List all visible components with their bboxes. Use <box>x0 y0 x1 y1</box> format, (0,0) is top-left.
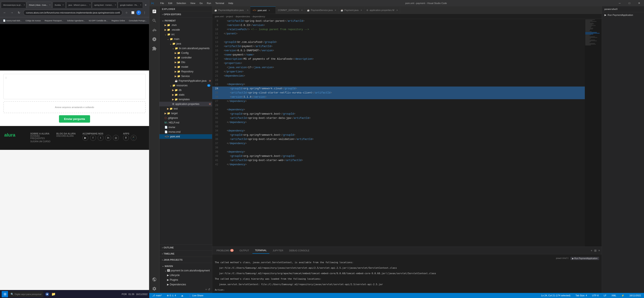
controller-folder[interactable]: ▶ 📁 controller <box>160 55 212 60</box>
templates-folder[interactable]: ▶ 📁 templates <box>160 97 212 102</box>
static-folder[interactable]: ▶ 📁 static <box>160 92 212 97</box>
tab-close-icon[interactable]: × <box>247 9 248 11</box>
bc-project[interactable]: project <box>226 15 233 18</box>
tab2-close[interactable]: × <box>49 4 50 6</box>
maven-add-button[interactable]: + <box>205 288 207 291</box>
errors-item[interactable]: ⊗ 0 ⚠ 4 <box>166 293 177 298</box>
jupyter-tab[interactable]: JUPYTER <box>270 247 286 254</box>
maven-header[interactable]: ⌄ MAVEN <box>160 264 212 268</box>
menu-button[interactable]: ⋮ <box>142 10 147 15</box>
menu-file[interactable]: File <box>158 0 166 6</box>
target-folder[interactable]: ▶ 📁 target <box>160 111 212 116</box>
bc-dependencies[interactable]: dependencies <box>236 15 250 18</box>
minimize-button[interactable]: ─ <box>615 0 624 6</box>
src-folder[interactable]: ⌄ 📁 src <box>160 32 212 37</box>
gitignore-file[interactable]: ⬡ .gitignore <box>160 116 212 120</box>
cursor-position[interactable]: Ln 24, Col 21 (174 selected) <box>540 293 572 298</box>
bookmark-1[interactable]: 📄 ossory.road dubl... <box>2 19 23 22</box>
tab-size[interactable]: Tab Size: 4 <box>574 293 588 298</box>
package-folder[interactable]: ⌄ 📁 br.com.alurafood.payments <box>160 46 212 51</box>
timeline-header[interactable]: › TIMELINE <box>160 252 212 256</box>
browser-tab-2[interactable]: Fórum | Alura - Curs... × <box>27 2 52 8</box>
bookmark-4[interactable]: Solicitar Agendame... <box>66 19 86 22</box>
bookmark-2[interactable]: Código de Acesso <box>24 19 42 22</box>
settings-icon[interactable] <box>150 285 158 293</box>
maven-lifecycle[interactable]: ▶ Lifecycle <box>160 273 212 278</box>
service-tab-close[interactable]: × <box>335 9 336 11</box>
java-projects-header[interactable]: › JAVA PROJECTS <box>160 258 212 262</box>
vscode-folder[interactable]: ▶ 📁 .vscode <box>160 27 212 32</box>
test-folder[interactable]: ▶ 📁 test <box>160 106 212 111</box>
extensions-button[interactable]: ⬜ <box>130 10 136 15</box>
payment-tab-close[interactable]: × <box>361 9 362 11</box>
bc-pomxml[interactable]: pom.xml <box>215 15 224 18</box>
mvnw-file[interactable]: 📄 mvnw <box>160 125 212 130</box>
db-folder[interactable]: ▶ 📁 db <box>160 88 212 92</box>
help-file[interactable]: M↓ HELP.md <box>160 120 212 125</box>
tab-commit[interactable]: COMMIT_EDITMSG × <box>276 6 305 14</box>
terminal-tab[interactable]: TERMINAL <box>252 247 269 254</box>
java-folder[interactable]: ⌄ 📁 java <box>160 41 212 46</box>
menu-view[interactable]: View <box>188 0 198 6</box>
output-tab[interactable]: OUTPUT <box>237 247 252 254</box>
mvn-folder[interactable]: ▶ 📁 .mvn <box>160 23 212 27</box>
footer-link-suggest[interactable]: SUGIRA UM CURSO <box>30 140 52 143</box>
tab-pom-xml[interactable]: ≺/≻ pom.xml × <box>250 6 276 14</box>
sync-item[interactable]: ☁ <box>180 293 184 298</box>
back-button[interactable]: ← <box>2 10 8 16</box>
panel-add-button[interactable]: + <box>591 249 592 252</box>
model-folder[interactable]: ▶ 📁 model <box>160 65 212 69</box>
pom-tab-close[interactable]: × <box>268 9 270 12</box>
facebook-icon[interactable]: f <box>90 135 96 141</box>
app-properties-file[interactable]: ⚙ application.properties M <box>160 102 212 106</box>
payment-app-file[interactable]: ☕ PaymentApplication.java M <box>160 79 212 83</box>
problems-tab[interactable]: PROBLEMS 4 <box>214 247 236 254</box>
pom-xml-file[interactable]: ≺/≻ pom.xml <box>160 134 212 139</box>
menu-terminal[interactable]: Terminal <box>213 0 226 6</box>
repository-folder[interactable]: ▶ 📁 Repository <box>160 69 212 74</box>
encoding[interactable]: UTF-8 <box>591 293 600 298</box>
menu-edit[interactable]: Edit <box>166 0 174 6</box>
app-icon[interactable]: 📱 <box>131 135 136 141</box>
panel-close-button[interactable]: × <box>598 249 600 252</box>
payment-header[interactable]: ⌄ PAYMENT <box>160 18 212 23</box>
browser-tab-5[interactable]: spring boot - Correct... × <box>92 2 117 8</box>
send-button[interactable]: Enviar pergunta <box>59 115 90 123</box>
tab1-close[interactable]: × <box>24 4 25 6</box>
close-button[interactable]: ✕ <box>634 0 644 6</box>
bookmark-5[interactable]: MJ-DPF Certidão de... <box>88 19 109 22</box>
terminal-content[interactable]: powershell ▶ Run PaymentApplication The … <box>212 254 602 293</box>
bookmark-7[interactable]: Consulado Portugu... <box>128 19 148 22</box>
maven-refresh-button[interactable]: ↺ <box>208 288 210 291</box>
bookmark-button[interactable]: ☆ <box>124 10 129 15</box>
remote-icon[interactable] <box>150 275 158 284</box>
browser-tab-3[interactable]: Eureka × <box>52 2 66 8</box>
footer-link-discord[interactable]: DISCORD ALURA <box>56 135 78 137</box>
bookmark-6[interactable]: Registos Online <box>110 19 126 22</box>
podcast-icon[interactable]: 🎙 <box>123 135 129 141</box>
run-payment-button[interactable]: ▶ Run PaymentApplication <box>570 257 599 260</box>
tab-app-properties[interactable]: ⚙ application.properties M × <box>364 6 400 14</box>
forward-button[interactable]: → <box>9 10 15 16</box>
run-payment-item[interactable]: ▶ Run PaymentApplication <box>602 12 644 18</box>
menu-selection[interactable]: Selection <box>174 0 188 6</box>
prettier-icon[interactable]: ⚡ <box>620 293 626 298</box>
open-editors-header[interactable]: › OPEN EDITORS <box>160 12 212 16</box>
browser-tab-6[interactable]: google tradutor - Pe... × <box>118 2 143 8</box>
debug-icon[interactable] <box>150 35 158 43</box>
tab-payment-app[interactable]: ☕ PaymentApplication.java × <box>212 6 250 14</box>
tab-payment[interactable]: ☕ Payment.java × <box>338 6 364 14</box>
tab-payment-service[interactable]: ☕ PaymentService.java × <box>305 6 338 14</box>
source-control-icon[interactable] <box>150 26 158 34</box>
twitter-icon[interactable]: t <box>98 135 104 141</box>
service-folder[interactable]: ▶ 📁 Service <box>160 74 212 79</box>
footer-link-faq[interactable]: DÚVIDAS FREQUENTES <box>30 135 52 140</box>
menu-go[interactable]: Go <box>198 0 205 6</box>
file-explorer-taskbar[interactable]: 📁 <box>50 291 56 297</box>
extensions-icon[interactable] <box>150 44 158 53</box>
new-tab-button[interactable]: + <box>143 2 148 7</box>
mvnw-cmd-file[interactable]: 📄 mvnw.cmd <box>160 130 212 134</box>
panel-split-button[interactable]: ⊞ <box>594 249 597 252</box>
commit-tab-close[interactable]: × <box>301 9 302 11</box>
search-icon[interactable] <box>150 16 158 25</box>
